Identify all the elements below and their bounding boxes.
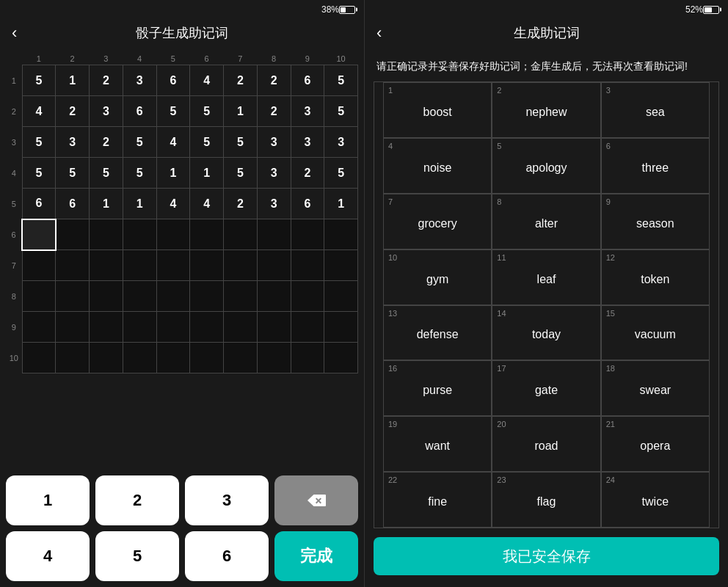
key-4[interactable]: 4 [6, 531, 90, 581]
grid-cell-r6-c4[interactable] [123, 219, 156, 250]
grid-cell-r3-c7[interactable]: 5 [224, 127, 258, 158]
grid-cell-r5-c10[interactable]: 1 [324, 189, 358, 219]
grid-cell-r10-c9[interactable] [291, 343, 324, 373]
grid-cell-r10-c10[interactable] [324, 343, 358, 373]
grid-cell-r5-c8[interactable]: 3 [257, 189, 291, 219]
grid-cell-r1-c9[interactable]: 6 [291, 65, 324, 96]
grid-cell-r2-c5[interactable]: 5 [156, 96, 190, 127]
grid-cell-r4-c4[interactable]: 5 [123, 158, 156, 189]
key-1[interactable]: 1 [6, 475, 90, 525]
grid-cell-r10-c1[interactable] [22, 343, 56, 373]
grid-cell-r4-c9[interactable]: 2 [291, 158, 324, 189]
grid-cell-r9-c4[interactable] [123, 312, 156, 343]
left-back-button[interactable]: ‹ [12, 25, 17, 41]
grid-cell-r7-c8[interactable] [257, 250, 291, 281]
grid-cell-r8-c5[interactable] [156, 281, 190, 312]
grid-cell-r5-c9[interactable]: 6 [291, 189, 324, 219]
grid-cell-r6-c8[interactable] [257, 219, 291, 250]
grid-cell-r1-c1[interactable]: 5 [22, 65, 56, 96]
grid-cell-r4-c2[interactable]: 5 [56, 158, 90, 189]
grid-cell-r2-c7[interactable]: 1 [224, 96, 258, 127]
key-delete[interactable] [274, 475, 358, 525]
grid-cell-r9-c6[interactable] [190, 312, 224, 343]
grid-cell-r7-c2[interactable] [56, 250, 90, 281]
grid-cell-r9-c8[interactable] [257, 312, 291, 343]
grid-cell-r9-c1[interactable] [22, 312, 56, 343]
grid-cell-r3-c4[interactable]: 5 [123, 127, 156, 158]
grid-cell-r1-c8[interactable]: 2 [257, 65, 291, 96]
grid-cell-r4-c8[interactable]: 3 [257, 158, 291, 189]
grid-cell-r9-c9[interactable] [291, 312, 324, 343]
grid-cell-r1-c7[interactable]: 2 [224, 65, 258, 96]
grid-cell-r6-c10[interactable] [324, 219, 358, 250]
grid-cell-r8-c8[interactable] [257, 281, 291, 312]
grid-cell-r5-c3[interactable]: 1 [90, 189, 123, 219]
grid-cell-r2-c10[interactable]: 5 [324, 96, 358, 127]
grid-cell-r8-c1[interactable] [22, 281, 56, 312]
grid-cell-r8-c3[interactable] [90, 281, 123, 312]
grid-cell-r9-c10[interactable] [324, 312, 358, 343]
grid-cell-r8-c9[interactable] [291, 281, 324, 312]
grid-cell-r7-c9[interactable] [291, 250, 324, 281]
grid-cell-r4-c6[interactable]: 1 [190, 158, 224, 189]
grid-cell-r8-c10[interactable] [324, 281, 358, 312]
grid-cell-r10-c5[interactable] [156, 343, 190, 373]
grid-cell-r5-c2[interactable]: 6 [56, 189, 90, 219]
grid-cell-r4-c10[interactable]: 5 [324, 158, 358, 189]
key-6[interactable]: 6 [185, 531, 269, 581]
grid-cell-r5-c4[interactable]: 1 [123, 189, 156, 219]
grid-cell-r5-c1[interactable]: 6 [22, 189, 56, 219]
grid-cell-r2-c2[interactable]: 2 [56, 96, 90, 127]
grid-cell-r10-c6[interactable] [190, 343, 224, 373]
grid-cell-r2-c1[interactable]: 4 [22, 96, 56, 127]
grid-cell-r10-c8[interactable] [257, 343, 291, 373]
grid-cell-r1-c2[interactable]: 1 [56, 65, 90, 96]
done-button[interactable]: 完成 [274, 531, 358, 581]
grid-cell-r3-c5[interactable]: 4 [156, 127, 190, 158]
grid-cell-r8-c6[interactable] [190, 281, 224, 312]
grid-cell-r8-c4[interactable] [123, 281, 156, 312]
grid-cell-r6-c9[interactable] [291, 219, 324, 250]
grid-cell-r1-c4[interactable]: 3 [123, 65, 156, 96]
grid-cell-r5-c5[interactable]: 4 [156, 189, 190, 219]
right-back-button[interactable]: ‹ [376, 25, 382, 41]
grid-cell-r8-c7[interactable] [224, 281, 258, 312]
grid-cell-r7-c5[interactable] [156, 250, 190, 281]
grid-cell-r2-c6[interactable]: 5 [190, 96, 224, 127]
grid-cell-r3-c6[interactable]: 5 [190, 127, 224, 158]
grid-cell-r10-c4[interactable] [123, 343, 156, 373]
grid-cell-r4-c3[interactable]: 5 [90, 158, 123, 189]
grid-cell-r5-c7[interactable]: 2 [224, 189, 258, 219]
grid-cell-r6-c5[interactable] [156, 219, 190, 250]
grid-cell-r3-c2[interactable]: 3 [56, 127, 90, 158]
grid-cell-r1-c3[interactable]: 2 [90, 65, 123, 96]
save-button[interactable]: 我已安全保存 [374, 537, 719, 575]
grid-cell-r5-c6[interactable]: 4 [190, 189, 224, 219]
key-3[interactable]: 3 [185, 475, 269, 525]
grid-cell-r4-c1[interactable]: 5 [22, 158, 56, 189]
grid-cell-r3-c9[interactable]: 3 [291, 127, 324, 158]
grid-cell-r3-c10[interactable]: 3 [324, 127, 358, 158]
grid-cell-r10-c7[interactable] [224, 343, 258, 373]
grid-cell-r1-c10[interactable]: 5 [324, 65, 358, 96]
grid-cell-r6-c1[interactable] [22, 219, 56, 250]
grid-cell-r2-c8[interactable]: 2 [257, 96, 291, 127]
grid-cell-r7-c4[interactable] [123, 250, 156, 281]
grid-cell-r6-c2[interactable] [56, 219, 90, 250]
grid-cell-r3-c8[interactable]: 3 [257, 127, 291, 158]
grid-cell-r9-c2[interactable] [56, 312, 90, 343]
grid-cell-r7-c7[interactable] [224, 250, 258, 281]
grid-cell-r10-c2[interactable] [56, 343, 90, 373]
grid-cell-r6-c7[interactable] [224, 219, 258, 250]
grid-cell-r2-c9[interactable]: 3 [291, 96, 324, 127]
grid-cell-r3-c1[interactable]: 5 [22, 127, 56, 158]
grid-cell-r1-c6[interactable]: 4 [190, 65, 224, 96]
grid-cell-r2-c4[interactable]: 6 [123, 96, 156, 127]
grid-cell-r1-c5[interactable]: 6 [156, 65, 190, 96]
grid-cell-r6-c6[interactable] [190, 219, 224, 250]
grid-cell-r6-c3[interactable] [90, 219, 123, 250]
grid-cell-r7-c6[interactable] [190, 250, 224, 281]
grid-cell-r3-c3[interactable]: 2 [90, 127, 123, 158]
grid-cell-r9-c5[interactable] [156, 312, 190, 343]
grid-cell-r7-c1[interactable] [22, 250, 56, 281]
